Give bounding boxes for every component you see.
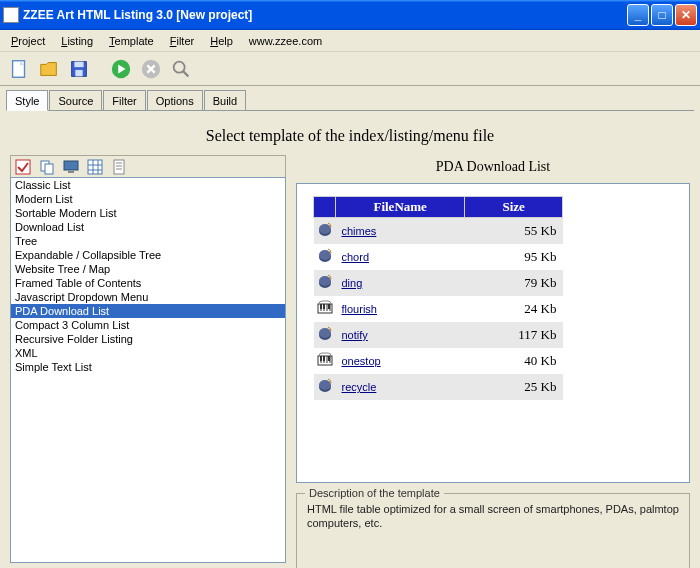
preview-pane: FileName Size chimes55 Kbchord95 Kbding7…: [296, 183, 690, 483]
svg-rect-28: [323, 356, 325, 361]
run-button[interactable]: [108, 56, 134, 82]
description-text: HTML file table optimized for a small sc…: [307, 502, 679, 530]
template-item[interactable]: Simple Text List: [11, 360, 285, 374]
app-icon: [3, 7, 19, 23]
file-size: 55 Kb: [465, 218, 563, 245]
menu-filter[interactable]: Filter: [163, 33, 201, 49]
file-link[interactable]: flourish: [342, 303, 377, 315]
svg-rect-12: [88, 160, 102, 174]
template-item[interactable]: Sortable Modern List: [11, 206, 285, 220]
file-link[interactable]: onestop: [342, 355, 381, 367]
file-icon: [314, 348, 336, 374]
template-item[interactable]: Recursive Folder Listing: [11, 332, 285, 346]
file-name: ding: [336, 270, 465, 296]
file-link[interactable]: chord: [342, 251, 370, 263]
tab-options[interactable]: Options: [147, 90, 203, 110]
grid-icon[interactable]: [87, 159, 103, 175]
template-item[interactable]: PDA Download List: [11, 304, 285, 318]
minimize-button[interactable]: _: [627, 4, 649, 26]
svg-rect-10: [64, 161, 78, 170]
file-size: 25 Kb: [465, 374, 563, 400]
table-row: chord95 Kb: [314, 244, 563, 270]
svg-rect-22: [323, 304, 325, 309]
file-name: flourish: [336, 296, 465, 322]
desktop-icon[interactable]: [63, 159, 79, 175]
file-size: 95 Kb: [465, 244, 563, 270]
toolbar: [0, 52, 700, 86]
open-button[interactable]: [36, 56, 62, 82]
file-link[interactable]: notify: [342, 329, 368, 341]
template-item[interactable]: Download List: [11, 220, 285, 234]
template-item[interactable]: Framed Table of Contents: [11, 276, 285, 290]
save-button[interactable]: [66, 56, 92, 82]
file-icon: [314, 374, 336, 400]
menu-bar: Project Listing Template Filter Help www…: [0, 30, 700, 52]
tab-build[interactable]: Build: [204, 90, 246, 110]
menu-template[interactable]: Template: [102, 33, 161, 49]
file-link[interactable]: ding: [342, 277, 363, 289]
file-icon: [314, 244, 336, 270]
svg-rect-3: [75, 69, 82, 75]
close-button[interactable]: ✕: [675, 4, 697, 26]
svg-point-15: [319, 224, 331, 234]
file-link[interactable]: chimes: [342, 225, 377, 237]
svg-rect-0: [13, 60, 25, 77]
copy-icon[interactable]: [39, 159, 55, 175]
file-size: 117 Kb: [465, 322, 563, 348]
svg-rect-29: [328, 356, 330, 361]
template-toolbar: [10, 155, 286, 177]
svg-rect-9: [45, 164, 53, 174]
file-size: 40 Kb: [465, 348, 563, 374]
menu-url[interactable]: www.zzee.com: [242, 33, 329, 49]
table-row: recycle25 Kb: [314, 374, 563, 400]
file-size: 79 Kb: [465, 270, 563, 296]
tab-filter[interactable]: Filter: [103, 90, 145, 110]
file-name: recycle: [336, 374, 465, 400]
file-link[interactable]: recycle: [342, 381, 377, 393]
tab-source[interactable]: Source: [49, 90, 102, 110]
template-item[interactable]: Modern List: [11, 192, 285, 206]
preview-title: PDA Download List: [296, 155, 690, 183]
template-item[interactable]: Website Tree / Map: [11, 262, 285, 276]
file-size: 24 Kb: [465, 296, 563, 322]
svg-rect-23: [328, 304, 330, 309]
menu-help[interactable]: Help: [203, 33, 240, 49]
svg-rect-27: [320, 356, 322, 361]
menu-project[interactable]: Project: [4, 33, 52, 49]
svg-rect-13: [114, 160, 124, 174]
table-row: ding79 Kb: [314, 270, 563, 296]
svg-point-19: [319, 276, 331, 286]
file-table: FileName Size chimes55 Kbchord95 Kbding7…: [313, 196, 563, 400]
menu-listing[interactable]: Listing: [54, 33, 100, 49]
table-row: onestop40 Kb: [314, 348, 563, 374]
template-item[interactable]: XML: [11, 346, 285, 360]
description-box: Description of the template HTML file ta…: [296, 493, 690, 568]
file-icon: [314, 322, 336, 348]
tab-bar: Style Source Filter Options Build: [0, 86, 700, 110]
file-icon: [314, 270, 336, 296]
template-item[interactable]: Compact 3 Column List: [11, 318, 285, 332]
template-item[interactable]: Javascript Dropdown Menu: [11, 290, 285, 304]
svg-rect-21: [320, 304, 322, 309]
file-name: notify: [336, 322, 465, 348]
new-button[interactable]: [6, 56, 32, 82]
template-item[interactable]: Classic List: [11, 178, 285, 192]
col-filename: FileName: [336, 197, 465, 218]
description-legend: Description of the template: [305, 487, 444, 499]
preview-button[interactable]: [168, 56, 194, 82]
page-icon[interactable]: [111, 159, 127, 175]
stop-button[interactable]: [138, 56, 164, 82]
panel-heading: Select template of the index/listing/men…: [10, 119, 690, 155]
tab-style[interactable]: Style: [6, 90, 48, 111]
file-name: chord: [336, 244, 465, 270]
svg-point-17: [319, 250, 331, 260]
maximize-button[interactable]: □: [651, 4, 673, 26]
file-icon: [314, 218, 336, 245]
window-title: ZZEE Art HTML Listing 3.0 [New project]: [23, 8, 627, 22]
template-list[interactable]: Classic ListModern ListSortable Modern L…: [10, 177, 286, 563]
file-icon: [314, 296, 336, 322]
template-item[interactable]: Tree: [11, 234, 285, 248]
check-icon[interactable]: [15, 159, 31, 175]
template-item[interactable]: Expandable / Collapsible Tree: [11, 248, 285, 262]
title-bar: ZZEE Art HTML Listing 3.0 [New project] …: [0, 0, 700, 30]
